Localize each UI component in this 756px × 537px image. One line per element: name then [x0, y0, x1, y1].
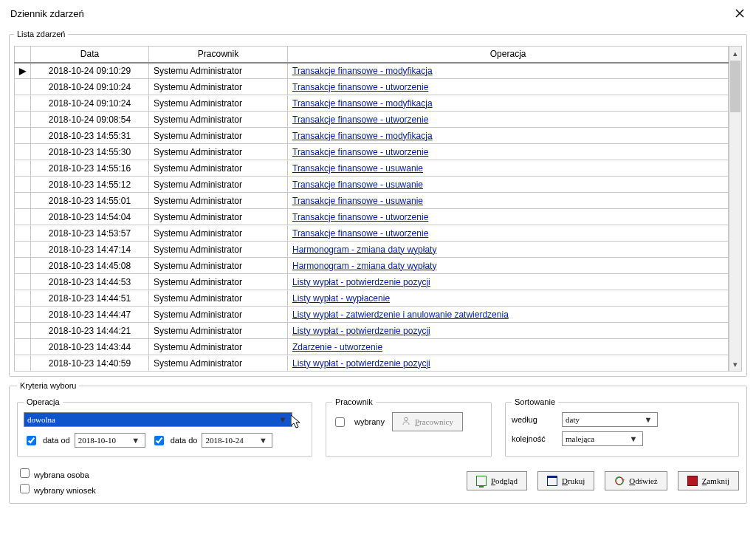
cell-operation: Transakcje finansowe - utworzenie — [288, 112, 729, 128]
cell-date: 2018-10-23 14:47:14 — [31, 242, 149, 258]
date-from-checkbox[interactable] — [27, 436, 36, 445]
col-indicator-header[interactable] — [15, 47, 31, 63]
operation-link[interactable]: Transakcje finansowe - modyfikacja — [292, 98, 433, 109]
selected-person-checkbox-label: wybrana osoba — [17, 466, 456, 480]
cell-date: 2018-10-23 14:40:59 — [31, 355, 149, 372]
operation-link[interactable]: Transakcje finansowe - modyfikacja — [292, 131, 433, 141]
svg-point-3 — [405, 417, 408, 421]
table-row[interactable]: 2018-10-23 14:53:57Systemu Administrator… — [15, 225, 729, 242]
cell-operation: Transakcje finansowe - utworzenie — [288, 144, 729, 160]
col-operacja-header[interactable]: Operacja — [288, 47, 729, 63]
cell-date: 2018-10-23 14:55:31 — [31, 128, 149, 144]
selected-person-checkbox[interactable] — [20, 468, 30, 478]
operation-link[interactable]: Transakcje finansowe - utworzenie — [292, 212, 428, 222]
preview-button[interactable]: Podgląd — [467, 471, 527, 490]
print-button[interactable]: Drukuj — [537, 471, 594, 490]
table-row[interactable]: 2018-10-23 14:54:04Systemu Administrator… — [15, 209, 729, 225]
table-row[interactable]: 2018-10-23 14:40:59Systemu Administrator… — [15, 355, 729, 372]
operation-link[interactable]: Listy wypłat - zatwierdzenie i anulowani… — [292, 309, 509, 320]
operation-link[interactable]: Harmonogram - zmiana daty wypłaty — [292, 261, 436, 271]
operation-link[interactable]: Listy wypłat - potwierdzenie pozycji — [292, 326, 430, 336]
table-row[interactable]: 2018-10-24 09:10:24Systemu Administrator… — [15, 95, 729, 112]
table-row[interactable]: 2018-10-23 14:47:14Systemu Administrator… — [15, 242, 729, 258]
operation-link[interactable]: Transakcje finansowe - utworzenie — [292, 114, 428, 125]
table-row[interactable]: 2018-10-23 14:55:16Systemu Administrator… — [15, 160, 729, 177]
cell-operation: Transakcje finansowe - modyfikacja — [288, 63, 729, 79]
date-to-picker[interactable]: 2018-10-24 ▼ — [202, 433, 272, 448]
table-row[interactable]: 2018-10-23 14:55:01Systemu Administrator… — [15, 193, 729, 209]
row-indicator — [15, 355, 31, 372]
operation-link[interactable]: Listy wypłat - potwierdzenie pozycji — [292, 358, 430, 369]
cell-date: 2018-10-23 14:54:04 — [31, 209, 149, 225]
refresh-button[interactable]: Odśwież — [605, 471, 667, 490]
cell-worker: Systemu Administrator — [149, 160, 288, 177]
cell-date: 2018-10-23 14:43:44 — [31, 339, 149, 355]
sort-by-combobox[interactable]: daty ▼ — [562, 412, 658, 427]
sort-order-combobox[interactable]: malejąca ▼ — [562, 431, 643, 446]
date-to-checkbox[interactable] — [154, 436, 164, 445]
operation-link[interactable]: Transakcje finansowe - modyfikacja — [292, 66, 433, 76]
table-row[interactable]: 2018-10-23 14:45:08Systemu Administrator… — [15, 258, 729, 274]
operation-link[interactable]: Transakcje finansowe - usuwanie — [292, 196, 423, 206]
cell-operation: Transakcje finansowe - usuwanie — [288, 160, 729, 177]
cell-worker: Systemu Administrator — [149, 128, 288, 144]
operation-link[interactable]: Listy wypłat - wypłacenie — [292, 293, 390, 304]
worker-selected-label: wybrany — [354, 417, 385, 426]
event-list-fieldset: Lista zdarzeń Data Pracownik Operacja ▶2… — [9, 30, 747, 377]
row-indicator — [15, 242, 31, 258]
table-row[interactable]: 2018-10-23 14:44:53Systemu Administrator… — [15, 274, 729, 290]
scroll-down-icon[interactable]: ▾ — [729, 358, 741, 371]
worker-selected-checkbox[interactable] — [335, 417, 345, 427]
table-row[interactable]: 2018-10-23 14:55:31Systemu Administrator… — [15, 128, 729, 144]
table-row[interactable]: 2018-10-23 14:44:51Systemu Administrator… — [15, 290, 729, 307]
cell-operation: Harmonogram - zmiana daty wypłaty — [288, 242, 729, 258]
row-indicator — [15, 160, 31, 177]
sort-by-label: według — [512, 415, 556, 424]
date-from-picker[interactable]: 2018-10-10 ▼ — [75, 433, 145, 448]
cell-worker: Systemu Administrator — [149, 274, 288, 290]
operation-link[interactable]: Transakcje finansowe - usuwanie — [292, 163, 423, 174]
table-row[interactable]: 2018-10-23 14:43:44Systemu Administrator… — [15, 339, 729, 355]
cell-worker: Systemu Administrator — [149, 209, 288, 225]
table-row[interactable]: 2018-10-23 14:55:30Systemu Administrator… — [15, 144, 729, 160]
operation-link[interactable]: Listy wypłat - potwierdzenie pozycji — [292, 277, 430, 287]
selected-application-text: wybrany wniosek — [34, 486, 96, 495]
scroll-thumb[interactable] — [730, 61, 740, 112]
operation-link[interactable]: Transakcje finansowe - utworzenie — [292, 82, 428, 92]
operation-link[interactable]: Transakcje finansowe - utworzenie — [292, 228, 428, 239]
cell-operation: Zdarzenie - utworzenie — [288, 339, 729, 355]
table-row[interactable]: 2018-10-23 14:44:47Systemu Administrator… — [15, 307, 729, 323]
cell-worker: Systemu Administrator — [149, 63, 288, 79]
cell-date: 2018-10-23 14:53:57 — [31, 225, 149, 242]
row-indicator — [15, 95, 31, 112]
row-indicator — [15, 144, 31, 160]
table-row[interactable]: 2018-10-24 09:08:54Systemu Administrator… — [15, 112, 729, 128]
criteria-legend: Kryteria wyboru — [17, 381, 79, 390]
table-row[interactable]: 2018-10-23 14:44:21Systemu Administrator… — [15, 323, 729, 339]
operation-combobox[interactable]: dowolna ▼ — [24, 412, 292, 427]
table-row[interactable]: ▶2018-10-24 09:10:29Systemu Administrato… — [15, 63, 729, 79]
col-data-header[interactable]: Data — [31, 47, 149, 63]
cell-operation: Transakcje finansowe - usuwanie — [288, 177, 729, 193]
close-button[interactable]: Zamknij — [678, 471, 739, 490]
window-title: Dziennik zdarzeń — [10, 8, 84, 19]
cell-worker: Systemu Administrator — [149, 177, 288, 193]
scroll-up-icon[interactable]: ▴ — [729, 47, 741, 60]
sort-order-label: kolejność — [512, 434, 556, 443]
operation-link[interactable]: Transakcje finansowe - utworzenie — [292, 147, 428, 157]
date-to-value: 2018-10-24 — [205, 436, 243, 445]
chevron-down-icon: ▼ — [628, 434, 639, 443]
table-row[interactable]: 2018-10-24 09:10:24Systemu Administrator… — [15, 79, 729, 95]
selected-application-checkbox[interactable] — [20, 484, 30, 493]
refresh-icon — [614, 476, 625, 486]
operation-link[interactable]: Zdarzenie - utworzenie — [292, 342, 382, 352]
close-icon[interactable] — [731, 4, 749, 22]
table-row[interactable]: 2018-10-23 14:55:12Systemu Administrator… — [15, 177, 729, 193]
cell-operation: Transakcje finansowe - utworzenie — [288, 225, 729, 242]
col-pracownik-header[interactable]: Pracownik — [149, 47, 288, 63]
vertical-scrollbar[interactable]: ▴ ▾ — [729, 46, 742, 372]
event-list-legend: Lista zdarzeń — [14, 30, 68, 38]
operation-link[interactable]: Transakcje finansowe - usuwanie — [292, 179, 423, 190]
operation-link[interactable]: Harmonogram - zmiana daty wypłaty — [292, 244, 436, 255]
row-indicator — [15, 193, 31, 209]
